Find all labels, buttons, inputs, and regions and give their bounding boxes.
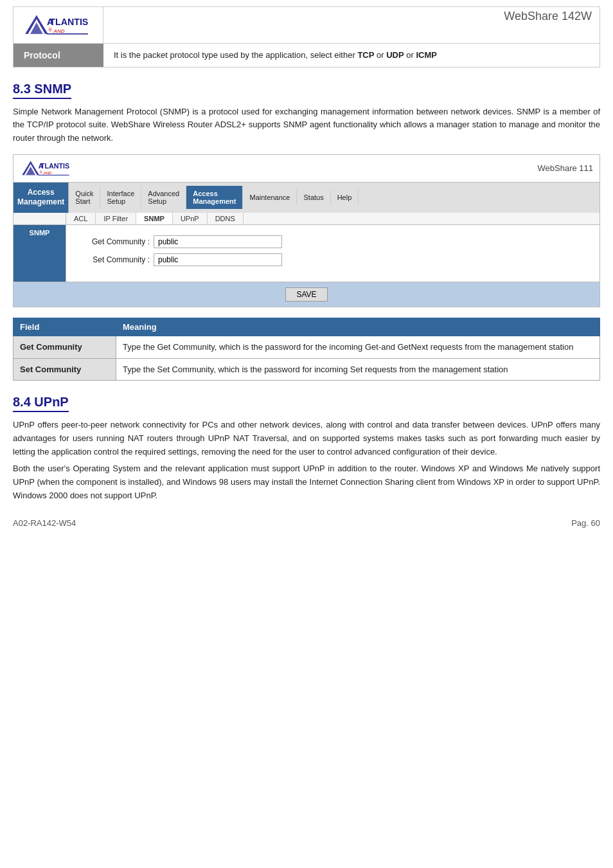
sub-nav-spacer: [13, 213, 66, 224]
snmp-main: Get Community : Set Community :: [66, 225, 600, 282]
nav-advanced-setup[interactable]: AdvancedSetup: [141, 186, 186, 209]
subnav-snmp[interactable]: SNMP: [136, 213, 173, 224]
subnav-acl[interactable]: ACL: [66, 213, 96, 224]
protocol-text: It is the packet protocol type used by t…: [103, 44, 447, 67]
get-community-input[interactable]: [154, 235, 282, 248]
router-logo: TLANTIS A ® AND: [20, 159, 71, 178]
footer-right: Pag. 60: [571, 518, 600, 528]
protocol-text-line1: It is the packet protocol type used by t…: [114, 50, 437, 60]
field-set-community: Set Community: [13, 358, 116, 381]
logo-area: TLANTIS A ® AND: [13, 7, 103, 43]
protocol-row: Protocol It is the packet protocol type …: [13, 44, 600, 68]
svg-text:A: A: [47, 17, 53, 27]
meaning-get-community: Type the Get Community, which is the pas…: [116, 336, 600, 359]
svg-text:TLANTIS: TLANTIS: [49, 17, 88, 27]
section-83: 8.3 SNMP Simple Network Management Proto…: [13, 82, 600, 381]
nav-sidebar-line1: Access: [28, 188, 55, 197]
svg-text:TLANTIS: TLANTIS: [40, 162, 69, 170]
snmp-sidebar-label: SNMP: [13, 225, 66, 282]
nav-maintenance[interactable]: Maintenance: [243, 190, 297, 205]
section-84-paragraph1: UPnP offers peer-to-peer network connect…: [13, 419, 600, 458]
section-84-heading: 8.4 UPnP: [13, 395, 69, 412]
top-header: TLANTIS A ® AND WebShare 142W: [13, 6, 600, 44]
field-table: Field Meaning Get Community Type the Get…: [13, 318, 600, 381]
subnav-ddns[interactable]: DDNS: [208, 213, 244, 224]
nav-interface-setup[interactable]: InterfaceSetup: [100, 186, 141, 209]
nav-quick-start[interactable]: QuickStart: [69, 186, 100, 209]
field-col-header: Field: [13, 318, 116, 336]
set-community-row: Set Community :: [79, 253, 587, 266]
nav-sidebar-line2: Management: [17, 197, 64, 206]
set-community-input[interactable]: [154, 253, 282, 266]
section-83-heading: 8.3 SNMP: [13, 82, 71, 99]
protocol-icmp: ICMP: [416, 50, 437, 60]
protocol-label: Protocol: [13, 44, 103, 67]
section-84: 8.4 UPnP UPnP offers peer-to-peer networ…: [13, 395, 600, 503]
meaning-col-header: Meaning: [116, 318, 600, 336]
svg-text:®: ®: [40, 170, 42, 174]
subnav-ip-filter[interactable]: IP Filter: [96, 213, 136, 224]
nav-help[interactable]: Help: [331, 190, 359, 205]
table-row: Set Community Type the Set Community, wh…: [13, 358, 600, 381]
svg-text:AND: AND: [43, 171, 52, 175]
footer-left: A02-RA142-W54: [13, 518, 76, 528]
protocol-udp: UDP: [386, 50, 404, 60]
section-84-paragraph2: Both the user's Operating System and the…: [13, 462, 600, 502]
svg-text:AND: AND: [53, 28, 65, 34]
router-panel-title: WebShare 111: [538, 163, 594, 173]
nav-items-row: QuickStart InterfaceSetup AdvancedSetup …: [69, 183, 600, 213]
field-get-community: Get Community: [13, 336, 116, 359]
get-community-label: Get Community :: [79, 237, 150, 246]
nav-sidebar-access-management[interactable]: Access Management: [13, 183, 69, 213]
protocol-tcp: TCP: [357, 50, 374, 60]
save-button[interactable]: SAVE: [285, 287, 327, 302]
page-footer: A02-RA142-W54 Pag. 60: [13, 518, 600, 528]
nav-access-management[interactable]: AccessManagement: [186, 186, 243, 209]
sub-nav-items: ACL IP Filter SNMP UPnP DDNS: [66, 213, 244, 224]
meaning-set-community: Type the Set Community, which is the pas…: [116, 358, 600, 381]
header-title: WebShare 142W: [103, 7, 600, 43]
sub-nav: ACL IP Filter SNMP UPnP DDNS: [13, 213, 600, 225]
snmp-content: SNMP Get Community : Set Community :: [13, 225, 600, 282]
router-panel-header: TLANTIS A ® AND WebShare 111: [13, 155, 600, 183]
table-row: Get Community Type the Get Community, wh…: [13, 336, 600, 359]
svg-text:®: ®: [49, 28, 53, 33]
subnav-upnp[interactable]: UPnP: [173, 213, 208, 224]
nav-status[interactable]: Status: [297, 190, 330, 205]
section-83-paragraph: Simple Network Management Protocol (SNMP…: [13, 105, 600, 145]
nav-main: Access Management QuickStart InterfaceSe…: [13, 183, 600, 213]
router-panel: TLANTIS A ® AND WebShare 111 Access Mana…: [13, 154, 600, 307]
svg-text:A: A: [39, 162, 44, 170]
atlantis-logo: TLANTIS A ® AND: [21, 12, 92, 38]
get-community-row: Get Community :: [79, 235, 587, 248]
set-community-label: Set Community :: [79, 255, 150, 264]
snmp-save-row: SAVE: [13, 282, 600, 307]
